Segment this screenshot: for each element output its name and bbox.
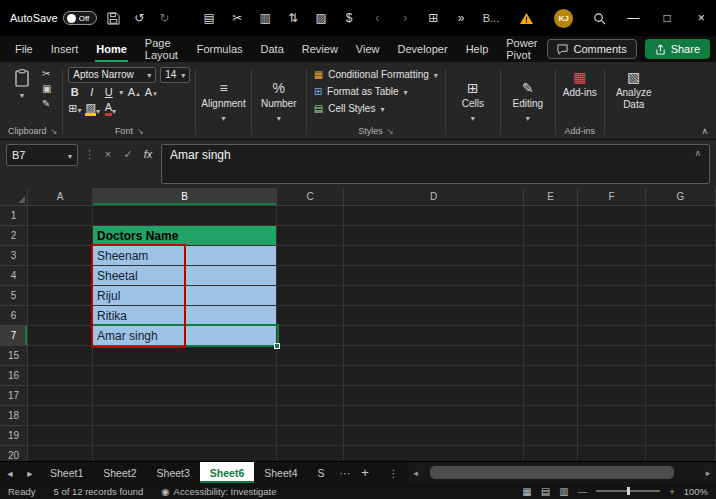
cell-A16[interactable]	[28, 366, 93, 386]
cell-B19[interactable]	[93, 426, 277, 446]
cell-D7[interactable]	[344, 326, 524, 346]
cell-B4[interactable]: Sheetal	[93, 266, 277, 286]
tab-power-pivot[interactable]: Power Pivot	[497, 36, 547, 62]
sheet-tab-sheet6[interactable]: Sheet6	[200, 462, 254, 483]
row-header-7[interactable]: 7	[0, 326, 28, 346]
zoom-slider[interactable]	[596, 490, 660, 492]
cell-G5[interactable]	[646, 286, 716, 306]
paste-button[interactable]	[8, 66, 36, 110]
cell-D1[interactable]	[344, 206, 524, 226]
cell-G16[interactable]	[646, 366, 716, 386]
page-break-view-icon[interactable]: ▥	[559, 486, 568, 497]
cell-F5[interactable]	[578, 286, 646, 306]
addins-button[interactable]: ▦ Add-ins	[561, 66, 599, 102]
cell-D18[interactable]	[344, 406, 524, 426]
sheet-options-kebab-icon[interactable]: ⋮	[381, 462, 406, 483]
chart-icon[interactable]: ▥	[258, 12, 273, 24]
conditional-formatting-button[interactable]: ▦ Conditional Formatting	[312, 66, 440, 83]
cell-B18[interactable]	[93, 406, 277, 426]
row-header-1[interactable]: 1	[0, 206, 28, 226]
toolbar-overflow-icon[interactable]: »	[454, 12, 469, 24]
column-header-F[interactable]: F	[578, 188, 646, 206]
cell-A18[interactable]	[28, 406, 93, 426]
tab-formulas[interactable]: Formulas	[188, 36, 252, 62]
cell-E4[interactable]	[524, 266, 578, 286]
column-header-B[interactable]: B	[93, 188, 277, 206]
tab-review[interactable]: Review	[293, 36, 347, 62]
tab-data[interactable]: Data	[252, 36, 293, 62]
autosave-switch[interactable]: Off	[63, 11, 97, 25]
tab-help[interactable]: Help	[457, 36, 498, 62]
row-header-18[interactable]: 18	[0, 406, 28, 426]
accessibility-status[interactable]: ◉ Accessibility: Investigate	[161, 486, 276, 497]
fill-handle[interactable]	[274, 343, 280, 349]
zoom-in-button[interactable]: +	[669, 486, 675, 497]
collapse-formula-bar-icon[interactable]: ∧	[694, 148, 701, 158]
cell-C16[interactable]	[277, 366, 344, 386]
fill-color-icon[interactable]: ▨	[314, 12, 329, 24]
cell-G3[interactable]	[646, 246, 716, 266]
cell-F15[interactable]	[578, 346, 646, 366]
cell-G6[interactable]	[646, 306, 716, 326]
more-sheets-icon[interactable]: ⋯	[335, 462, 356, 483]
cell-G1[interactable]	[646, 206, 716, 226]
tab-page-layout[interactable]: Page Layout	[136, 36, 188, 62]
cell-E2[interactable]	[524, 226, 578, 246]
cell-F2[interactable]	[578, 226, 646, 246]
cell-C19[interactable]	[277, 426, 344, 446]
cell-C2[interactable]	[277, 226, 344, 246]
zoom-out-button[interactable]: —	[578, 486, 588, 497]
cell-A7[interactable]	[28, 326, 93, 346]
cell-D19[interactable]	[344, 426, 524, 446]
select-all-corner[interactable]	[0, 188, 28, 206]
cancel-button[interactable]: ×	[101, 144, 115, 160]
format-painter-icon[interactable]: ✎	[42, 98, 51, 110]
cell-D17[interactable]	[344, 386, 524, 406]
copy-icon[interactable]: ▣	[42, 83, 51, 95]
cell-B7[interactable]: Amar singh	[93, 326, 277, 346]
tab-file[interactable]: File	[6, 36, 42, 62]
row-header-17[interactable]: 17	[0, 386, 28, 406]
back-icon[interactable]: ‹	[370, 12, 385, 24]
cell-C7[interactable]	[277, 326, 344, 346]
cell-G7[interactable]	[646, 326, 716, 346]
cell-D20[interactable]	[344, 446, 524, 461]
cell-E17[interactable]	[524, 386, 578, 406]
table-icon[interactable]: ⊞	[426, 12, 441, 24]
row-header-3[interactable]: 3	[0, 246, 28, 266]
cell-B3[interactable]: Sheenam	[93, 246, 277, 266]
cell-G19[interactable]	[646, 426, 716, 446]
cell-G2[interactable]	[646, 226, 716, 246]
cell-B6[interactable]: Ritika	[93, 306, 277, 326]
cell-D15[interactable]	[344, 346, 524, 366]
horizontal-scrollbar[interactable]: ◂ ▸	[408, 462, 716, 483]
row-header-19[interactable]: 19	[0, 426, 28, 446]
cell-C20[interactable]	[277, 446, 344, 461]
cell-D16[interactable]	[344, 366, 524, 386]
column-header-E[interactable]: E	[524, 188, 578, 206]
grow-font-button[interactable]: A▴	[127, 86, 140, 98]
cells-group[interactable]: ⊞ Cells	[447, 65, 499, 139]
font-size-select[interactable]: 14	[160, 67, 190, 83]
font-name-select[interactable]: Aptos Narrow	[68, 67, 156, 83]
scroll-left-icon[interactable]: ◂	[408, 468, 424, 478]
sheet-tab-sheet1[interactable]: Sheet1	[40, 462, 93, 483]
cell-C15[interactable]	[277, 346, 344, 366]
close-button[interactable]: ×	[684, 0, 716, 36]
styles-dialog-launcher-icon[interactable]: ↘	[387, 127, 394, 136]
cell-B1[interactable]	[93, 206, 277, 226]
cell-F16[interactable]	[578, 366, 646, 386]
normal-view-icon[interactable]: ▦	[522, 486, 531, 497]
sheet-nav-left-icon[interactable]: ◂	[0, 462, 20, 483]
forward-icon[interactable]: ›	[398, 12, 413, 24]
search-icon[interactable]	[583, 12, 616, 25]
row-header-2[interactable]: 2	[0, 226, 28, 246]
currency-icon[interactable]: $	[342, 12, 357, 24]
column-header-C[interactable]: C	[277, 188, 344, 206]
cell-G15[interactable]	[646, 346, 716, 366]
cell-E15[interactable]	[524, 346, 578, 366]
cell-E16[interactable]	[524, 366, 578, 386]
share-button[interactable]: Share	[645, 39, 710, 59]
new-sheet-button[interactable]: +	[355, 462, 375, 483]
cell-F6[interactable]	[578, 306, 646, 326]
